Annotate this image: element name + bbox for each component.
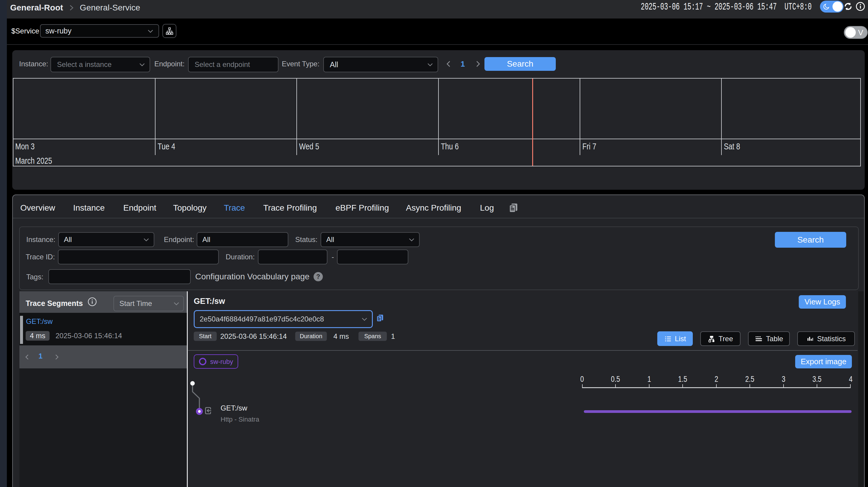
svg-text:?: ? (316, 273, 320, 280)
